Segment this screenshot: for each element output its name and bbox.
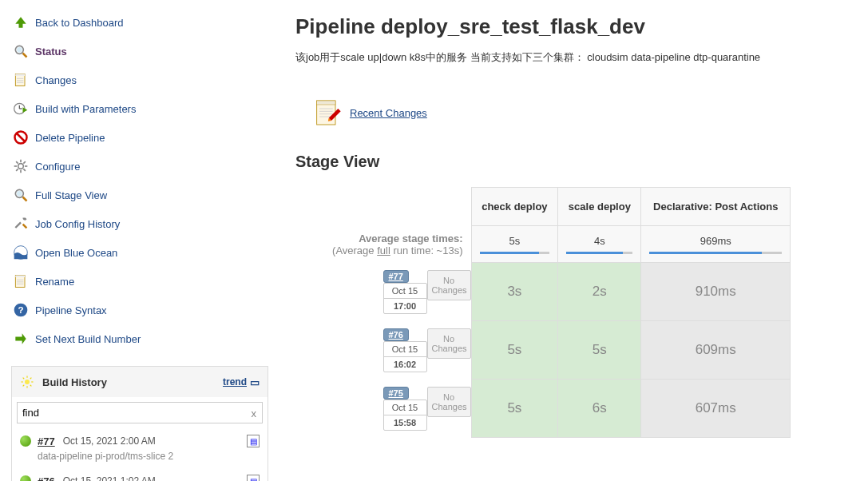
build-history-row: #76 Oct 15, 2021 1:02 AM ▤ data-pipeline…	[12, 468, 268, 481]
sidebar-item-delete-pipeline[interactable]: Delete Pipeline	[11, 123, 268, 152]
sidebar-item-label: Build with Parameters	[35, 103, 136, 115]
build-status-ball-icon	[20, 435, 31, 447]
sidebar-item-label: Job Config History	[35, 218, 120, 230]
stage-run-cell[interactable]: 6s	[558, 380, 641, 438]
svg-line-13	[17, 133, 25, 141]
build-number-link[interactable]: #77	[38, 435, 55, 447]
build-search-input[interactable]	[17, 402, 263, 423]
blue-ocean-icon	[11, 243, 30, 262]
console-output-icon[interactable]: ▤	[247, 475, 260, 481]
page-title: Pipeline deploy_sre_test_flask_dev	[295, 14, 852, 39]
notepad-icon	[311, 97, 343, 129]
sidebar-item-build-with-parameters[interactable]: Build with Parameters	[11, 94, 268, 123]
stage-run-cell[interactable]: 609ms	[641, 321, 791, 380]
svg-line-22	[23, 161, 26, 164]
svg-text:?: ?	[18, 304, 23, 315]
stage-column-header: scale deploy	[558, 188, 641, 226]
svg-point-1	[17, 47, 22, 53]
build-history-title: Build History	[42, 376, 223, 388]
svg-line-42	[23, 385, 25, 387]
search-icon	[11, 185, 30, 205]
svg-point-35	[25, 380, 30, 384]
sidebar-item-pipeline-syntax[interactable]: ?Pipeline Syntax	[11, 296, 268, 324]
build-date: Oct 15, 2021 2:00 AM	[63, 435, 247, 447]
sidebar-item-status[interactable]: Status	[11, 37, 268, 66]
trend-link[interactable]: trend	[223, 376, 247, 388]
stage-run-cell[interactable]: 3s	[471, 263, 558, 321]
svg-line-19	[16, 161, 18, 164]
sidebar-item-job-config-history[interactable]: Job Config History	[11, 209, 268, 238]
svg-line-43	[30, 378, 32, 380]
avg-stage-cell: 4s	[558, 226, 641, 263]
stage-view-heading: Stage View	[295, 153, 852, 171]
sidebar: Back to DashboardStatusChangesBuild with…	[0, 0, 279, 481]
gear-icon	[11, 157, 30, 176]
sidebar-item-set-next-build-number[interactable]: Set Next Build Number	[11, 324, 268, 353]
svg-line-25	[23, 197, 27, 201]
sidebar-item-label: Changes	[35, 74, 77, 86]
stage-run-cell[interactable]: 2s	[558, 263, 641, 321]
notepad-icon	[11, 272, 30, 291]
sidebar-item-label: Back to Dashboard	[35, 17, 124, 29]
svg-point-14	[18, 164, 24, 169]
svg-rect-29	[15, 276, 25, 278]
svg-point-24	[17, 191, 22, 197]
stage-run-cell[interactable]: 910ms	[641, 263, 791, 321]
run-date-box: Oct 15 16:02	[383, 341, 427, 372]
build-description: data-pipeline pi-prod/tms-slice 2	[20, 451, 260, 462]
svg-rect-45	[317, 101, 335, 105]
sun-icon	[20, 375, 34, 389]
clear-search-icon[interactable]: x	[252, 407, 257, 419]
sidebar-item-label: Pipeline Syntax	[35, 304, 107, 316]
run-changes-box: NoChanges	[427, 328, 471, 359]
sidebar-item-label: Status	[35, 46, 67, 58]
svg-line-2	[23, 54, 27, 58]
run-build-badge[interactable]: #75	[383, 387, 409, 400]
stage-run-cell[interactable]: 5s	[558, 321, 641, 380]
sidebar-item-label: Set Next Build Number	[35, 333, 141, 345]
notepad-icon	[11, 70, 30, 89]
search-icon	[11, 42, 30, 61]
build-history-row: #77 Oct 15, 2021 2:00 AM ▤ data-pipeline…	[12, 428, 268, 468]
recent-changes-link[interactable]: Recent Changes	[350, 107, 427, 119]
sidebar-item-changes[interactable]: Changes	[11, 66, 268, 94]
run-build-badge[interactable]: #76	[383, 328, 409, 341]
stage-view-table: check deployscale deployDeclarative: Pos…	[295, 187, 791, 438]
sidebar-item-label: Open Blue Ocean	[35, 247, 117, 259]
build-number-link[interactable]: #76	[38, 475, 55, 482]
run-changes-box: NoChanges	[427, 270, 471, 300]
sidebar-item-full-stage-view[interactable]: Full Stage View	[11, 181, 268, 209]
arrow-right-icon	[11, 329, 30, 348]
sidebar-item-configure[interactable]: Configure	[11, 152, 268, 181]
sidebar-item-label: Configure	[35, 161, 80, 173]
run-changes-box: NoChanges	[427, 387, 471, 417]
sidebar-item-label: Full Stage View	[35, 189, 107, 201]
build-status-ball-icon	[20, 475, 31, 481]
sidebar-item-label: Delete Pipeline	[35, 132, 105, 144]
svg-line-20	[23, 169, 26, 171]
clock-play-icon	[11, 99, 30, 118]
run-date-box: Oct 15 17:00	[383, 283, 427, 314]
svg-line-41	[30, 385, 32, 387]
stage-run-cell[interactable]: 5s	[471, 321, 558, 380]
svg-rect-4	[15, 74, 25, 77]
prohibit-icon	[11, 128, 30, 147]
main-content: Pipeline deploy_sre_test_flask_dev 该job用…	[279, 0, 868, 481]
stage-column-header: Declarative: Post Actions	[641, 188, 791, 226]
stage-column-header: check deploy	[471, 188, 558, 226]
console-output-icon[interactable]: ▤	[247, 435, 260, 447]
avg-stage-cell: 5s	[471, 226, 558, 263]
run-build-badge[interactable]: #77	[383, 270, 409, 283]
build-date: Oct 15, 2021 1:02 AM	[63, 475, 247, 481]
stage-run-cell[interactable]: 5s	[471, 380, 558, 438]
sidebar-item-open-blue-ocean[interactable]: Open Blue Ocean	[11, 238, 268, 267]
stage-run-cell[interactable]: 607ms	[641, 380, 791, 438]
trend-collapse-icon[interactable]: ▭	[250, 376, 260, 388]
sidebar-item-rename[interactable]: Rename	[11, 267, 268, 296]
build-history-panel: Build History trend ▭ x #77 Oct 15, 2021…	[11, 366, 268, 481]
run-date-box: Oct 15 15:58	[383, 400, 427, 431]
page-description: 该job用于scale up|down k8s中的服务 当前支持如下三个集群： …	[295, 50, 852, 65]
avg-stage-cell: 969ms	[641, 226, 791, 263]
tools-icon	[11, 214, 30, 233]
sidebar-item-back-to-dashboard[interactable]: Back to Dashboard	[11, 8, 268, 37]
